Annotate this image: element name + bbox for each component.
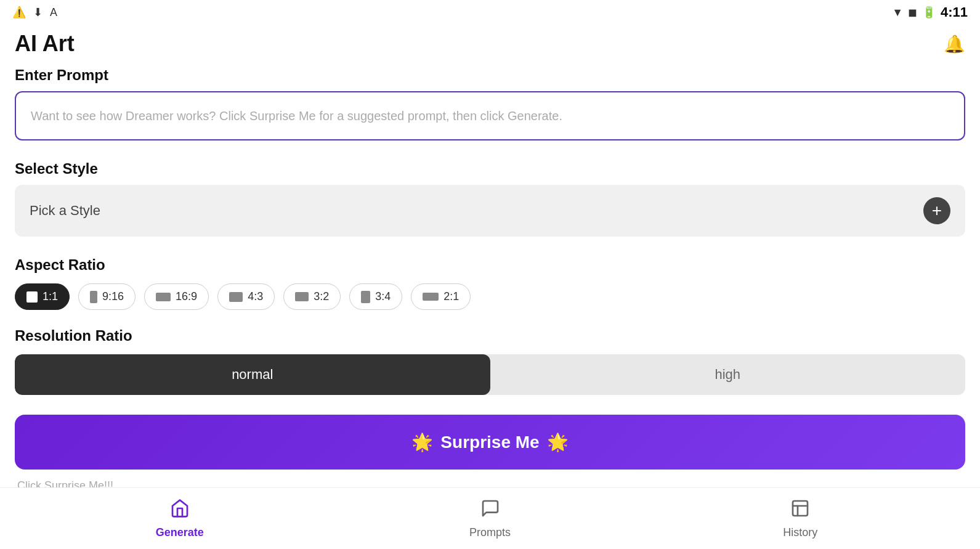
status-icons-right: ▼ ◼ 🔋 4:11 [892, 4, 968, 20]
download-icon: ⬇ [33, 6, 43, 19]
resolution-toggle: normal high [15, 354, 965, 395]
main-content: Enter Prompt Want to see how Dreamer wor… [0, 67, 980, 492]
bottom-nav: Generate Prompts History [0, 487, 980, 549]
aspect-btn-9-16[interactable]: 9:16 [78, 283, 136, 310]
prompt-placeholder: Want to see how Dreamer works? Click Sur… [31, 107, 562, 124]
aspect-ratio-label: Aspect Ratio [15, 256, 965, 274]
aspect-icon-4-3 [229, 292, 243, 302]
nav-item-history[interactable]: History [645, 498, 955, 539]
aspect-icon-2-1 [423, 293, 439, 301]
warning-icon: ⚠️ [12, 6, 26, 19]
home-icon [170, 498, 190, 523]
aspect-btn-1-1[interactable]: 1:1 [15, 283, 70, 310]
nav-item-prompts[interactable]: Prompts [335, 498, 646, 539]
wifi-icon: ▼ [892, 6, 903, 19]
status-time: 4:11 [941, 4, 968, 20]
resolution-normal-label: normal [232, 367, 273, 382]
signal-icon: ◼ [908, 6, 917, 19]
aspect-label-1-1: 1:1 [43, 290, 58, 303]
aspect-icon-3-2 [295, 292, 309, 301]
aspect-label-16-9: 16:9 [176, 290, 197, 303]
aspect-btn-2-1[interactable]: 2:1 [411, 283, 471, 310]
aspect-label-4-3: 4:3 [248, 290, 263, 303]
aspect-label-9-16: 9:16 [102, 290, 124, 303]
surprise-me-button[interactable]: 🌟 Surprise Me 🌟 [15, 415, 965, 470]
add-style-button[interactable]: + [923, 197, 950, 224]
surprise-me-label: Surprise Me [440, 433, 539, 452]
style-picker-placeholder: Pick a Style [30, 203, 100, 219]
svg-rect-0 [793, 501, 808, 516]
resolution-label: Resolution Ratio [15, 327, 965, 344]
aspect-icon-9-16 [90, 291, 97, 303]
style-picker[interactable]: Pick a Style + [15, 185, 965, 237]
aspect-btn-16-9[interactable]: 16:9 [144, 283, 209, 310]
select-style-label: Select Style [15, 160, 965, 177]
surprise-emoji-left: 🌟 [411, 432, 433, 452]
battery-icon: 🔋 [922, 6, 936, 19]
aspect-icon-16-9 [156, 293, 171, 301]
aspect-ratio-section: Aspect Ratio 1:1 9:16 16:9 4:3 3:2 [15, 256, 965, 310]
aspect-label-3-2: 3:2 [314, 290, 329, 303]
surprise-emoji-right: 🌟 [547, 432, 569, 452]
status-icons-left: ⚠️ ⬇ A [12, 6, 57, 19]
aspect-btn-3-4[interactable]: 3:4 [349, 283, 402, 310]
aspect-label-2-1: 2:1 [443, 290, 459, 303]
aspect-icon-1-1 [26, 291, 38, 303]
resolution-section: Resolution Ratio normal high [15, 327, 965, 395]
app-title: AI Art [15, 31, 75, 57]
enter-prompt-label: Enter Prompt [15, 67, 965, 84]
aspect-btn-4-3[interactable]: 4:3 [217, 283, 275, 310]
aspect-ratio-buttons: 1:1 9:16 16:9 4:3 3:2 3:4 [15, 283, 965, 310]
resolution-high-label: high [715, 367, 740, 382]
nav-label-generate: Generate [156, 526, 204, 539]
status-bar: ⚠️ ⬇ A ▼ ◼ 🔋 4:11 [0, 0, 980, 25]
aspect-icon-3-4 [361, 291, 370, 303]
notification-bell-icon[interactable]: 🔔 [944, 34, 965, 54]
font-icon: A [50, 6, 57, 19]
aspect-btn-3-2[interactable]: 3:2 [283, 283, 341, 310]
aspect-label-3-4: 3:4 [375, 290, 391, 303]
prompt-input[interactable]: Want to see how Dreamer works? Click Sur… [15, 91, 965, 140]
resolution-normal-button[interactable]: normal [15, 354, 490, 395]
nav-item-generate[interactable]: Generate [25, 498, 335, 539]
prompts-icon [480, 498, 500, 523]
nav-label-history: History [783, 526, 817, 539]
header: AI Art 🔔 [0, 25, 980, 67]
nav-label-prompts: Prompts [469, 526, 511, 539]
resolution-high-button[interactable]: high [490, 354, 966, 395]
history-icon [790, 498, 810, 523]
